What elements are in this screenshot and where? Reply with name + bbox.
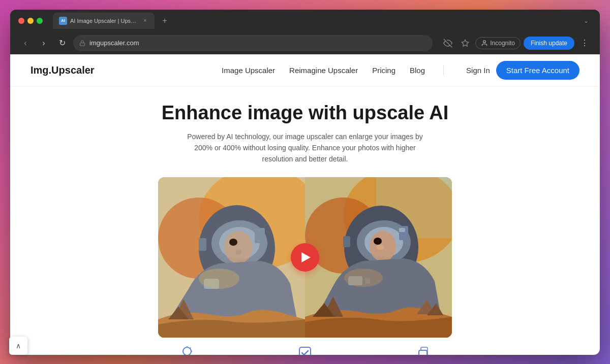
- svg-point-10: [224, 231, 253, 263]
- fullscreen-traffic-light[interactable]: [37, 18, 43, 24]
- website-content: Img.Upscaler Image Upscaler Reimagine Up…: [10, 54, 600, 355]
- svg-point-12: [235, 250, 241, 255]
- new-tab-button[interactable]: +: [159, 15, 171, 27]
- svg-rect-33: [343, 236, 350, 247]
- feature-icon-3: [415, 345, 431, 355]
- tabs-area: AI AI Image Upscaler | Upscale × +: [53, 13, 576, 29]
- before-image: [158, 177, 305, 338]
- svg-point-30: [344, 269, 383, 287]
- svg-rect-40: [419, 350, 427, 355]
- address-bar: ‹ › ↻ imgupscaler.com: [10, 32, 600, 54]
- svg-point-34: [183, 347, 191, 355]
- nav-pricing[interactable]: Pricing: [372, 66, 395, 75]
- site-nav: Img.Upscaler Image Upscaler Reimagine Up…: [10, 54, 600, 87]
- incognito-badge[interactable]: Incognito: [475, 37, 521, 49]
- url-bar[interactable]: imgupscaler.com: [73, 35, 433, 51]
- star-button[interactable]: [458, 36, 472, 50]
- url-text: imgupscaler.com: [89, 39, 139, 47]
- feature-icon-1: [179, 345, 195, 355]
- svg-point-3: [483, 40, 486, 43]
- lock-icon: [79, 40, 85, 46]
- nav-divider: [443, 65, 444, 75]
- scroll-up-button[interactable]: ∧: [9, 337, 27, 355]
- tab-favicon: AI: [59, 17, 67, 25]
- start-free-button[interactable]: Start Free Account: [496, 61, 580, 80]
- nav-image-upscaler[interactable]: Image Upscaler: [222, 66, 275, 75]
- before-image-svg: [158, 177, 305, 338]
- svg-rect-15: [255, 228, 265, 243]
- active-tab[interactable]: AI AI Image Upscaler | Upscale ×: [53, 13, 155, 29]
- nav-blog[interactable]: Blog: [410, 66, 425, 75]
- close-traffic-light[interactable]: [18, 18, 24, 24]
- check-badge-icon: [297, 345, 313, 355]
- image-comparison: [158, 177, 452, 338]
- star-icon: [461, 39, 469, 47]
- svg-rect-32: [399, 228, 405, 232]
- svg-point-14: [199, 269, 239, 289]
- sign-in-button[interactable]: Sign In: [460, 63, 496, 78]
- finish-update-button[interactable]: Finish update: [524, 37, 574, 50]
- browser-chrome: AI AI Image Upscaler | Upscale × + ⌄ ‹ ›…: [10, 10, 600, 54]
- eye-off-icon: [443, 39, 452, 48]
- after-image: [305, 177, 452, 338]
- collapse-button[interactable]: ⌄: [581, 15, 592, 26]
- hero-title: Enhance image with upscale AI: [162, 102, 449, 124]
- tab-close-button[interactable]: ×: [142, 17, 148, 24]
- svg-line-37: [190, 347, 191, 348]
- lightbulb-icon: [179, 345, 195, 355]
- incognito-icon: [481, 40, 488, 47]
- feature-icon-2: [297, 345, 313, 355]
- incognito-label: Incognito: [490, 40, 515, 47]
- eye-off-button[interactable]: [441, 36, 455, 50]
- more-options-button[interactable]: ⋮: [577, 36, 592, 50]
- svg-point-11: [229, 239, 237, 246]
- hero-subtitle: Powered by AI technology, our image upsc…: [178, 131, 432, 165]
- svg-point-26: [376, 239, 379, 242]
- back-button[interactable]: ‹: [18, 36, 33, 50]
- minimize-traffic-light[interactable]: [27, 18, 34, 24]
- browser-actions: Incognito Finish update ⋮: [441, 36, 592, 50]
- play-icon: [301, 252, 311, 262]
- title-bar: AI AI Image Upscaler | Upscale × + ⌄: [10, 10, 600, 32]
- copy-icon: [415, 345, 431, 355]
- traffic-lights: [18, 18, 43, 24]
- bottom-icons: [179, 338, 431, 355]
- site-nav-links: Image Upscaler Reimagine Upscaler Pricin…: [222, 65, 448, 75]
- reload-button[interactable]: ↻: [55, 36, 69, 50]
- svg-marker-2: [462, 40, 469, 46]
- svg-rect-16: [199, 238, 206, 251]
- after-image-svg: [305, 177, 452, 338]
- site-logo: Img.Upscaler: [30, 64, 95, 76]
- play-button[interactable]: [291, 243, 319, 272]
- nav-reimagine-upscaler[interactable]: Reimagine Upscaler: [289, 66, 358, 75]
- window-controls-right: ⌄: [581, 15, 592, 26]
- forward-button[interactable]: ›: [37, 36, 51, 50]
- svg-point-27: [376, 245, 384, 250]
- tab-title: AI Image Upscaler | Upscale: [70, 18, 137, 24]
- svg-rect-0: [80, 43, 85, 46]
- hero-section: Enhance image with upscale AI Powered by…: [10, 87, 600, 355]
- browser-window: AI AI Image Upscaler | Upscale × + ⌄ ‹ ›…: [10, 10, 600, 355]
